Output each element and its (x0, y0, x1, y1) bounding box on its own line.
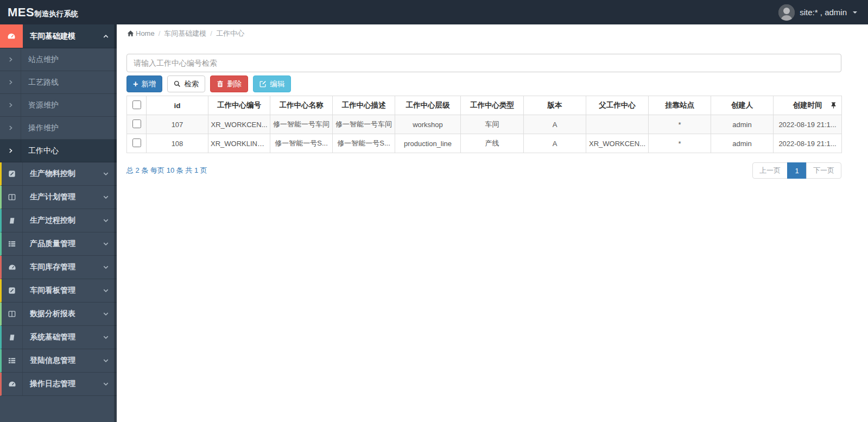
content: + 新增 检索 删除 编辑 (117, 42, 868, 179)
breadcrumb-home-link[interactable]: Home (127, 29, 155, 37)
column-header-code[interactable]: 工作中心编号 (208, 96, 270, 115)
column-header-creator[interactable]: 创建人 (711, 96, 774, 115)
search-icon (174, 80, 181, 87)
column-header-id[interactable]: id (147, 96, 208, 115)
select-all-cell (127, 96, 147, 115)
sidebar-item-analysis-reports[interactable]: 数据分析报表 (0, 303, 117, 326)
column-header-level[interactable]: 工作中心层级 (395, 96, 461, 115)
sidebar-item-quality-management[interactable]: 产品质量管理 (0, 232, 117, 256)
row-checkbox[interactable] (132, 138, 141, 147)
chevron-down-icon (103, 194, 109, 200)
sidebar-item-label: 站点维护 (21, 55, 117, 65)
sidebar-item-label: 产品质量管理 (23, 239, 103, 249)
breadcrumb-section[interactable]: 车间基础建模 (164, 29, 206, 39)
column-header-type[interactable]: 工作中心类型 (461, 96, 524, 115)
breadcrumb: Home / 车间基础建模 / 工作中心 (117, 24, 868, 42)
sidebar-item-label: 系统基础管理 (23, 332, 103, 342)
sidebar-item-plan-management[interactable]: 生产计划管理 (0, 186, 117, 209)
search-button[interactable]: 检索 (167, 75, 205, 92)
table-header-row: id 工作中心编号 工作中心名称 工作中心描述 工作中心层级 工作中心类型 版本… (127, 96, 842, 115)
column-header-name[interactable]: 工作中心名称 (270, 96, 333, 115)
sidebar-item-workshop-modeling[interactable]: 车间基础建模 (0, 24, 117, 48)
sidebar-item-label: 操作维护 (21, 123, 117, 133)
user-menu[interactable]: site:* , admin (778, 4, 868, 21)
list-icon (2, 349, 23, 372)
cell-version: A (524, 115, 586, 134)
pager: 上一页 1 下一页 (752, 162, 841, 179)
chevron-down-icon (103, 217, 109, 224)
home-icon (127, 30, 134, 37)
sidebar-item-system-management[interactable]: 系统基础管理 (0, 326, 117, 349)
cell-created-time: 2022-08-19 21:1... (774, 134, 842, 153)
prev-page-button[interactable]: 上一页 (752, 162, 788, 179)
row-select-cell (127, 115, 147, 134)
plus-icon: + (133, 80, 138, 89)
chevron-down-icon (103, 241, 109, 247)
book-icon (2, 326, 23, 349)
cell-name: 修一智能一号车间 (270, 115, 333, 134)
row-checkbox[interactable] (132, 119, 141, 128)
edit-button[interactable]: 编辑 (253, 75, 291, 92)
search-input[interactable] (126, 54, 841, 72)
chevron-down-icon (103, 311, 109, 317)
chevron-up-icon (103, 33, 109, 40)
cell-created-time: 2022-08-19 21:1... (774, 115, 842, 134)
chevron-down-icon (103, 287, 109, 294)
sidebar-scrollbar[interactable] (114, 24, 117, 422)
sidebar-item-operation-maintenance[interactable]: 操作维护 (0, 117, 117, 140)
sidebar-item-inventory-management[interactable]: 车间库存管理 (0, 256, 117, 279)
column-header-site[interactable]: 挂靠站点 (649, 96, 711, 115)
page-1-button[interactable]: 1 (787, 162, 807, 179)
column-header-label: 创建时间 (793, 101, 822, 109)
cell-site: * (649, 115, 711, 134)
cell-description: 修一智能一号S... (333, 134, 395, 153)
sidebar-item-resource-maintenance[interactable]: 资源维护 (0, 94, 117, 117)
pencil-icon (2, 162, 23, 185)
chevron-right-icon (0, 94, 21, 116)
brand-mes: MES (8, 5, 34, 20)
work-center-table: id 工作中心编号 工作中心名称 工作中心描述 工作中心层级 工作中心类型 版本… (126, 96, 842, 153)
next-page-button[interactable]: 下一页 (806, 162, 841, 179)
column-header-parent[interactable]: 父工作中心 (586, 96, 649, 115)
list-icon (2, 232, 23, 255)
sidebar-item-label: 登陆信息管理 (23, 356, 103, 366)
sidebar-item-operation-log-management[interactable]: 操作日志管理 (0, 373, 117, 396)
pin-icon[interactable] (831, 102, 837, 109)
sidebar-item-kanban-management[interactable]: 车间看板管理 (0, 279, 117, 303)
sidebar-item-label: 工艺路线 (21, 78, 117, 87)
chevron-right-icon (0, 140, 21, 162)
cell-parent: XR_WORKCEN... (586, 134, 649, 153)
chevron-down-icon (103, 171, 109, 177)
pagination-bar: 总 2 条 每页 10 条 共 1 页 上一页 1 下一页 (126, 162, 841, 179)
sidebar-item-process-route[interactable]: 工艺路线 (0, 71, 117, 94)
top-bar: MES制造执行系统 site:* , admin (0, 0, 868, 24)
sidebar-item-label: 数据分析报表 (23, 309, 103, 319)
sidebar-item-work-center[interactable]: 工作中心 (0, 140, 117, 162)
caret-down-icon (853, 11, 857, 14)
chevron-right-icon (0, 117, 21, 139)
tachometer-icon (2, 373, 23, 395)
add-button[interactable]: + 新增 (126, 75, 162, 92)
sidebar-item-label: 车间看板管理 (23, 286, 103, 295)
delete-button[interactable]: 删除 (210, 75, 248, 92)
select-all-checkbox[interactable] (132, 100, 141, 109)
sidebar-item-material-control[interactable]: 生产物料控制 (0, 162, 117, 186)
column-header-version[interactable]: 版本 (524, 96, 586, 115)
cell-id: 107 (147, 115, 208, 134)
breadcrumb-separator: / (159, 29, 161, 37)
trash-icon (217, 80, 224, 87)
sidebar-item-login-info-management[interactable]: 登陆信息管理 (0, 349, 117, 373)
sidebar-item-process-control[interactable]: 生产过程控制 (0, 209, 117, 232)
column-header-description[interactable]: 工作中心描述 (333, 96, 395, 115)
column-header-created-time[interactable]: 创建时间 (774, 96, 842, 115)
chevron-down-icon (103, 381, 109, 387)
sidebar-item-label: 生产计划管理 (23, 192, 103, 202)
cell-name: 修一智能一号S... (270, 134, 333, 153)
cell-id: 108 (147, 134, 208, 153)
chevron-down-icon (103, 357, 109, 364)
cell-creator: admin (711, 134, 774, 153)
sidebar-item-site-maintenance[interactable]: 站点维护 (0, 48, 117, 71)
edit-button-label: 编辑 (270, 79, 284, 89)
cell-type: 车间 (461, 115, 524, 134)
sidebar-item-label: 操作日志管理 (23, 379, 103, 389)
